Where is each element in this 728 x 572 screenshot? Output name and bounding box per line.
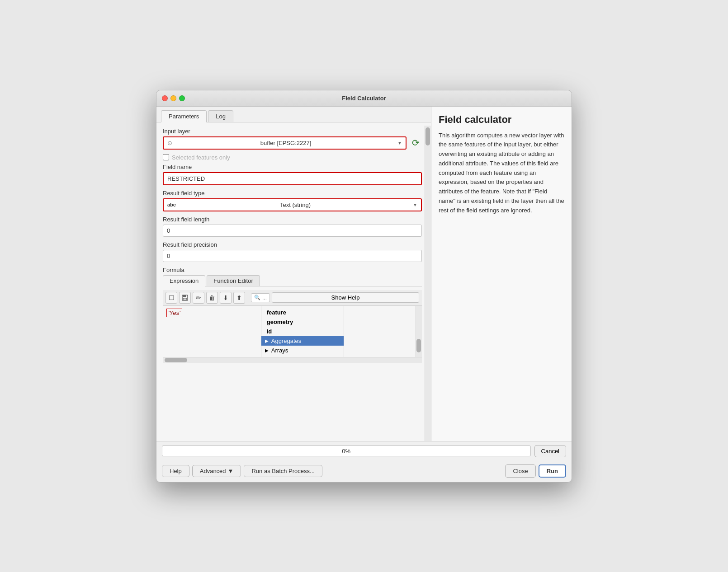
export-expression-button[interactable]: ⬆	[233, 292, 245, 304]
result-field-length-input[interactable]	[163, 225, 422, 237]
run-batch-button[interactable]: Run as Batch Process...	[244, 465, 322, 477]
new-expression-button[interactable]: ☐	[165, 292, 177, 304]
formula-tab-function-editor[interactable]: Function Editor	[207, 275, 260, 286]
function-item-id[interactable]: id	[261, 327, 344, 336]
delete-expression-button[interactable]: 🗑	[206, 292, 218, 304]
tabs-header: Parameters Log	[156, 107, 431, 122]
search-icon: 🔍	[254, 295, 260, 300]
dropdown-arrow-icon: ▼	[397, 141, 402, 145]
help-button[interactable]: Help	[162, 465, 189, 477]
formula-horizontal-scrollbar[interactable]	[163, 357, 422, 363]
dropdown-arrow-type-icon: ▼	[413, 202, 417, 207]
advanced-label: Advanced	[200, 468, 226, 474]
edit-expression-button[interactable]: ✏	[193, 292, 204, 304]
function-category-arrays-label: Arrays	[271, 347, 288, 354]
selected-features-checkbox[interactable]	[163, 154, 169, 160]
search-field[interactable]: 🔍 ...	[251, 293, 270, 302]
result-field-type-value: Text (string)	[280, 202, 311, 208]
result-field-precision-label: Result field precision	[163, 241, 422, 248]
run-button[interactable]: Run	[539, 464, 566, 478]
close-button[interactable]	[162, 95, 168, 101]
selected-features-row: Selected features only	[163, 154, 422, 161]
minimize-button[interactable]	[170, 95, 176, 101]
btn-group-right: Close Run	[505, 464, 566, 478]
advanced-button[interactable]: Advanced ▼	[192, 465, 241, 477]
result-field-type-label: Result field type	[163, 190, 422, 197]
result-field-type-section: Result field type abc Text (string) ▼	[163, 190, 422, 211]
category-arrow-aggregates-icon: ▶	[265, 338, 269, 343]
formula-section: Formula Expression Function Editor ☐	[163, 267, 422, 363]
formula-vertical-scrollbar[interactable]	[416, 306, 422, 357]
formula-label: Formula	[163, 267, 422, 273]
close-button[interactable]: Close	[505, 464, 535, 478]
function-list: feature geometry id ▶ Aggregates ▶	[261, 306, 344, 357]
input-layer-value: buffer [EPSG:2227]	[260, 140, 312, 146]
expression-editor[interactable]: 'Yes'	[163, 306, 261, 357]
info-panel-description: This algorithm computes a new vector lay…	[439, 131, 564, 216]
formula-h-scroll-thumb	[165, 358, 187, 362]
function-category-aggregates-label: Aggregates	[271, 338, 302, 344]
advanced-arrow-icon: ▼	[228, 468, 234, 474]
input-layer-row: ⊙ buffer [EPSG:2227] ▼ ⟳	[163, 136, 422, 150]
cancel-button[interactable]: Cancel	[534, 445, 566, 457]
parameters-scroll-area[interactable]: Input layer ⊙ buffer [EPSG:2227] ▼ ⟳ Sel…	[156, 122, 431, 441]
refresh-button[interactable]: ⟳	[409, 136, 422, 149]
result-field-type-dropdown[interactable]: abc Text (string) ▼	[163, 198, 422, 211]
save-expression-button[interactable]	[179, 292, 191, 304]
save-icon	[182, 295, 188, 301]
import-expression-button[interactable]: ⬇	[220, 292, 232, 304]
result-field-length-label: Result field length	[163, 216, 422, 223]
formula-scroll-thumb	[416, 339, 421, 352]
show-help-button[interactable]: Show Help	[272, 292, 419, 303]
formula-tabs: Expression Function Editor	[163, 275, 422, 286]
result-field-precision-section: Result field precision	[163, 241, 422, 262]
input-layer-label: Input layer	[163, 128, 422, 135]
expression-help-panel	[344, 306, 416, 357]
tab-log[interactable]: Log	[208, 110, 233, 122]
window-title: Field Calculator	[342, 95, 386, 102]
field-name-section: Field name	[163, 164, 422, 185]
main-panel: Parameters Log Input layer ⊙ buffer [EPS…	[156, 107, 431, 441]
result-field-precision-input[interactable]	[163, 250, 422, 262]
title-bar: Field Calculator	[156, 90, 572, 107]
field-name-label: Field name	[163, 164, 422, 170]
input-layer-dropdown[interactable]: ⊙ buffer [EPSG:2227] ▼	[163, 136, 407, 150]
function-search-area: feature geometry id ▶ Aggregates ▶	[261, 306, 344, 357]
search-dots: ...	[262, 295, 267, 301]
progress-bar: 0%	[162, 445, 531, 456]
tab-parameters[interactable]: Parameters	[161, 110, 207, 122]
function-item-feature[interactable]: feature	[261, 308, 344, 317]
selected-features-label: Selected features only	[172, 154, 230, 161]
field-name-input[interactable]	[163, 172, 422, 185]
result-field-length-section: Result field length	[163, 216, 422, 237]
svg-rect-2	[183, 298, 187, 300]
main-scroll-thumb	[425, 127, 430, 145]
main-window: Field Calculator Parameters Log Input la…	[156, 90, 572, 483]
btn-group-left: Help Advanced ▼ Run as Batch Process...	[162, 465, 322, 477]
main-vertical-scrollbar[interactable]	[425, 126, 431, 441]
info-panel-title: Field calculator	[439, 114, 564, 126]
formula-tab-expression[interactable]: Expression	[163, 275, 205, 286]
field-type-icon: abc	[167, 202, 176, 207]
formula-toolbar: ☐ ✏ 🗑 ⬇ ⬆	[163, 290, 422, 306]
input-layer-section: Input layer ⊙ buffer [EPSG:2227] ▼ ⟳	[163, 128, 422, 150]
progress-bar-row: 0% Cancel	[156, 441, 572, 461]
function-category-aggregates[interactable]: ▶ Aggregates	[261, 336, 344, 346]
info-panel: Field calculator This algorithm computes…	[431, 107, 572, 441]
function-category-arrays[interactable]: ▶ Arrays	[261, 346, 344, 355]
svg-rect-1	[183, 295, 186, 297]
buttons-row: Help Advanced ▼ Run as Batch Process... …	[156, 461, 572, 482]
formula-container: ☐ ✏ 🗑 ⬇ ⬆	[163, 290, 422, 363]
layer-icon: ⊙	[167, 140, 172, 146]
progress-text: 0%	[342, 448, 350, 455]
toolbar-separator	[248, 293, 248, 302]
category-arrow-arrays-icon: ▶	[265, 348, 269, 353]
function-item-geometry[interactable]: geometry	[261, 317, 344, 327]
expression-value: 'Yes'	[166, 309, 182, 317]
formula-panels: 'Yes' feature geometry id ▶	[163, 306, 422, 357]
traffic-lights	[162, 95, 185, 101]
window-footer: 0% Cancel Help Advanced ▼ Run as Batch P…	[156, 441, 572, 482]
maximize-button[interactable]	[179, 95, 185, 101]
window-body: Parameters Log Input layer ⊙ buffer [EPS…	[156, 107, 572, 441]
